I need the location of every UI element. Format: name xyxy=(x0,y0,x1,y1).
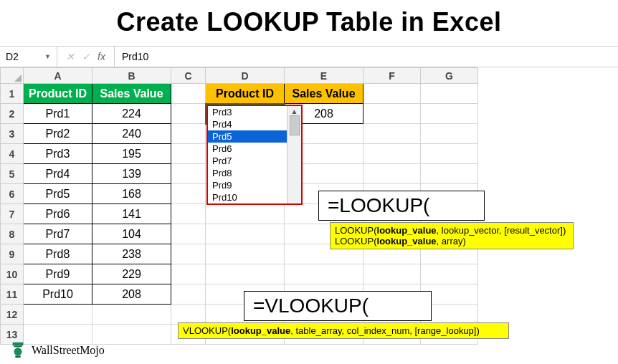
row-header[interactable]: 12 xyxy=(1,305,24,325)
cell[interactable]: Prd8 xyxy=(24,244,92,264)
cell[interactable]: Sales Value xyxy=(92,84,171,104)
cell[interactable] xyxy=(171,144,206,164)
cell[interactable] xyxy=(421,144,478,164)
cell[interactable]: 168 xyxy=(92,184,171,204)
row-header[interactable]: 1 xyxy=(1,84,24,104)
cell[interactable]: 139 xyxy=(92,164,171,184)
cell[interactable]: Prd4 xyxy=(24,164,92,184)
cell[interactable]: 195 xyxy=(92,144,171,164)
cell[interactable]: 141 xyxy=(92,204,171,224)
cell[interactable]: Prd6 xyxy=(24,204,92,224)
cell[interactable] xyxy=(171,284,206,305)
validation-dropdown[interactable]: Prd3Prd4Prd5Prd6Prd7Prd8Prd9Prd10 ▲ xyxy=(206,105,303,205)
column-header[interactable]: A xyxy=(24,68,92,84)
cell[interactable] xyxy=(363,124,421,144)
cell[interactable] xyxy=(363,164,421,184)
cell[interactable] xyxy=(171,84,206,104)
enter-icon[interactable]: ✓ xyxy=(82,51,90,62)
cell[interactable]: Product ID xyxy=(24,84,92,104)
formula-bar-buttons: ✕ ✓ fx xyxy=(57,47,115,67)
cell[interactable]: Prd10 xyxy=(24,284,92,305)
cell[interactable] xyxy=(92,305,171,325)
formula-bar-input[interactable]: Prd10 xyxy=(115,51,618,62)
cell[interactable] xyxy=(206,244,285,264)
formula-bar: D2 ▼ ✕ ✓ fx Prd10 xyxy=(0,46,618,67)
dropdown-scrollbar[interactable]: ▲ xyxy=(287,106,301,203)
cell[interactable] xyxy=(171,244,206,264)
cell[interactable] xyxy=(363,104,421,124)
cell[interactable]: 238 xyxy=(92,244,171,264)
cell[interactable] xyxy=(206,264,285,284)
cell[interactable] xyxy=(363,144,421,164)
scroll-thumb[interactable] xyxy=(290,115,300,135)
cell[interactable]: Prd9 xyxy=(24,264,92,284)
cell[interactable] xyxy=(171,124,206,144)
cell[interactable] xyxy=(24,305,92,325)
cell[interactable] xyxy=(171,104,206,124)
cell[interactable] xyxy=(171,305,206,325)
cell[interactable]: 104 xyxy=(92,224,171,244)
row-header[interactable]: 4 xyxy=(1,144,24,164)
dropdown-item[interactable]: Prd7 xyxy=(208,155,287,167)
cell[interactable]: Prd5 xyxy=(24,184,92,204)
cell[interactable] xyxy=(421,164,478,184)
cancel-icon[interactable]: ✕ xyxy=(66,51,75,62)
cell[interactable] xyxy=(171,264,206,284)
cell[interactable]: 208 xyxy=(92,284,171,305)
cell[interactable] xyxy=(206,224,285,244)
cell[interactable]: Prd1 xyxy=(24,104,92,124)
cell[interactable] xyxy=(363,264,421,284)
dropdown-item[interactable]: Prd9 xyxy=(208,179,287,191)
cell[interactable] xyxy=(421,104,478,124)
row-header[interactable]: 5 xyxy=(1,164,24,184)
cell[interactable] xyxy=(421,84,478,104)
cell[interactable]: Prd3 xyxy=(24,144,92,164)
fx-icon[interactable]: fx xyxy=(98,51,105,62)
dropdown-item[interactable]: Prd8 xyxy=(208,167,287,179)
cell[interactable]: Sales Value xyxy=(285,84,363,104)
cell[interactable]: 240 xyxy=(92,124,171,144)
vlookup-tooltip: VLOOKUP(lookup_value, table_array, col_i… xyxy=(178,322,509,339)
dropdown-item[interactable]: Prd4 xyxy=(208,118,287,130)
logo-icon xyxy=(9,341,27,360)
row-header[interactable]: 2 xyxy=(1,104,24,124)
row-header[interactable]: 10 xyxy=(1,264,24,284)
cell[interactable] xyxy=(421,264,478,284)
dropdown-item[interactable]: Prd6 xyxy=(208,143,287,155)
scroll-up-icon[interactable]: ▲ xyxy=(291,107,298,115)
cell[interactable] xyxy=(171,164,206,184)
column-header[interactable]: G xyxy=(421,68,478,84)
lookup-tooltip: LOOKUP(lookup_value, lookup_vector, [res… xyxy=(330,222,574,249)
cell[interactable]: Prd7 xyxy=(24,224,92,244)
cell[interactable] xyxy=(421,124,478,144)
chevron-down-icon[interactable]: ▼ xyxy=(44,53,51,60)
row-header[interactable]: 9 xyxy=(1,244,24,264)
cell[interactable] xyxy=(363,84,421,104)
row-header[interactable]: 7 xyxy=(1,204,24,224)
row-header[interactable]: 8 xyxy=(1,224,24,244)
column-header[interactable]: D xyxy=(206,68,285,84)
column-header[interactable]: C xyxy=(171,68,206,84)
column-header[interactable]: B xyxy=(92,68,171,84)
row-header[interactable]: 11 xyxy=(1,284,24,305)
svg-point-2 xyxy=(14,348,22,355)
dropdown-item[interactable]: Prd10 xyxy=(208,191,287,203)
dropdown-item[interactable]: Prd5 xyxy=(208,130,287,143)
row-header[interactable]: 3 xyxy=(1,124,24,144)
column-header[interactable]: E xyxy=(285,68,363,84)
cell[interactable]: 224 xyxy=(92,104,171,124)
name-box-value: D2 xyxy=(6,51,19,62)
cell[interactable] xyxy=(285,264,363,284)
cell[interactable] xyxy=(171,184,206,204)
cell[interactable] xyxy=(171,204,206,224)
cell[interactable]: Product ID xyxy=(206,84,285,104)
cell[interactable]: 229 xyxy=(92,264,171,284)
name-box[interactable]: D2 ▼ xyxy=(0,47,57,67)
cell[interactable] xyxy=(171,224,206,244)
cell[interactable] xyxy=(206,204,285,224)
dropdown-item[interactable]: Prd3 xyxy=(208,106,287,118)
column-header[interactable]: F xyxy=(363,68,421,84)
select-all-corner[interactable] xyxy=(1,68,24,84)
row-header[interactable]: 6 xyxy=(1,184,24,204)
cell[interactable]: Prd2 xyxy=(24,124,92,144)
